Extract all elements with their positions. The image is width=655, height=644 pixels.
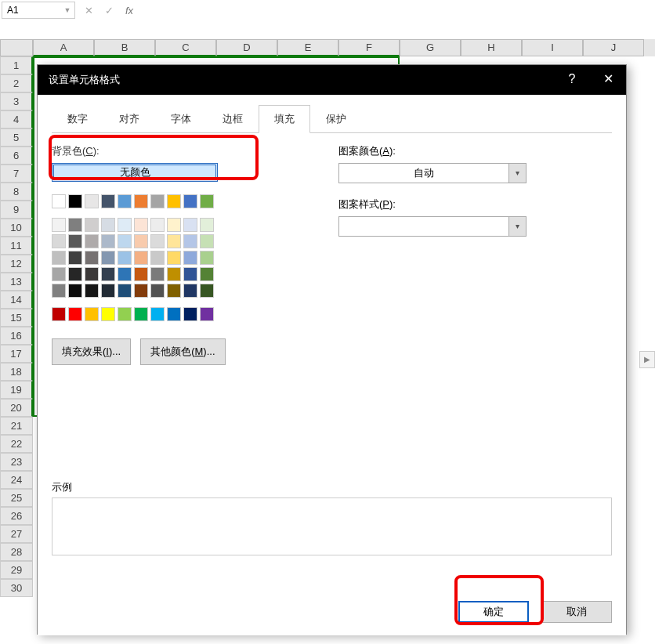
color-swatch[interactable]	[167, 218, 181, 232]
color-swatch[interactable]	[150, 218, 165, 232]
row-header[interactable]: 28	[0, 543, 33, 561]
row-header[interactable]: 20	[0, 399, 33, 417]
color-swatch[interactable]	[85, 251, 99, 265]
color-swatch[interactable]	[118, 251, 132, 265]
color-swatch[interactable]	[118, 307, 132, 321]
row-header[interactable]: 15	[0, 309, 33, 327]
tab-保护[interactable]: 保护	[310, 105, 362, 133]
column-header[interactable]: B	[94, 39, 155, 56]
row-header[interactable]: 2	[0, 74, 33, 92]
color-swatch[interactable]	[183, 194, 197, 208]
row-header[interactable]: 18	[0, 363, 33, 381]
row-header[interactable]: 26	[0, 507, 33, 525]
color-swatch[interactable]	[101, 234, 115, 248]
color-swatch[interactable]	[150, 251, 165, 265]
select-all-corner[interactable]	[0, 39, 33, 56]
color-swatch[interactable]	[134, 284, 148, 298]
help-button[interactable]: ?	[554, 65, 590, 95]
color-swatch[interactable]	[68, 218, 82, 232]
color-swatch[interactable]	[118, 194, 132, 208]
color-swatch[interactable]	[200, 218, 214, 232]
row-header[interactable]: 22	[0, 435, 33, 453]
pattern-color-dropdown[interactable]: 自动 ▾	[338, 163, 527, 183]
color-swatch[interactable]	[183, 284, 197, 298]
column-header[interactable]: G	[400, 39, 461, 56]
color-swatch[interactable]	[200, 284, 214, 298]
ok-button[interactable]: 确定	[458, 601, 529, 623]
column-header[interactable]: I	[522, 39, 583, 56]
row-header[interactable]: 23	[0, 453, 33, 471]
row-header[interactable]: 13	[0, 273, 33, 291]
chevron-down-icon[interactable]: ▾	[508, 217, 526, 236]
row-header[interactable]: 1	[0, 56, 33, 74]
color-swatch[interactable]	[68, 284, 82, 298]
row-header[interactable]: 19	[0, 381, 33, 399]
row-header[interactable]: 17	[0, 345, 33, 363]
name-box[interactable]: A1 ▼	[2, 2, 75, 19]
color-swatch[interactable]	[167, 251, 181, 265]
color-swatch[interactable]	[68, 234, 82, 248]
row-header[interactable]: 25	[0, 489, 33, 507]
column-header[interactable]: A	[33, 39, 94, 56]
color-swatch[interactable]	[52, 251, 66, 265]
fx-icon[interactable]: fx	[119, 5, 139, 16]
color-swatch[interactable]	[134, 194, 148, 208]
row-header[interactable]: 30	[0, 579, 33, 597]
color-swatch[interactable]	[52, 194, 66, 208]
color-swatch[interactable]	[85, 218, 99, 232]
row-header[interactable]: 3	[0, 92, 33, 110]
row-header[interactable]: 16	[0, 327, 33, 345]
color-swatch[interactable]	[101, 218, 115, 232]
fill-effects-button[interactable]: 填充效果(I)...	[52, 338, 131, 365]
color-swatch[interactable]	[101, 307, 115, 321]
color-swatch[interactable]	[150, 307, 165, 321]
tab-边框[interactable]: 边框	[207, 105, 259, 133]
color-swatch[interactable]	[183, 251, 197, 265]
color-swatch[interactable]	[118, 234, 132, 248]
color-swatch[interactable]	[85, 307, 99, 321]
color-swatch[interactable]	[183, 234, 197, 248]
close-button[interactable]: ✕	[590, 65, 626, 95]
tab-填充[interactable]: 填充	[259, 105, 310, 133]
column-header[interactable]: D	[216, 39, 277, 56]
column-header[interactable]: J	[583, 39, 644, 56]
color-swatch[interactable]	[134, 307, 148, 321]
color-swatch[interactable]	[150, 284, 165, 298]
row-header[interactable]: 5	[0, 128, 33, 147]
row-header[interactable]: 12	[0, 255, 33, 273]
color-swatch[interactable]	[200, 194, 214, 208]
color-swatch[interactable]	[200, 234, 214, 248]
row-header[interactable]: 27	[0, 525, 33, 543]
color-swatch[interactable]	[52, 234, 66, 248]
column-header[interactable]: E	[277, 39, 338, 56]
tab-数字[interactable]: 数字	[52, 105, 103, 133]
pattern-style-dropdown[interactable]: ▾	[338, 216, 527, 237]
scroll-right-icon[interactable]: ▶	[639, 351, 655, 368]
color-swatch[interactable]	[68, 194, 82, 208]
color-swatch[interactable]	[85, 284, 99, 298]
row-header[interactable]: 8	[0, 183, 33, 201]
color-swatch[interactable]	[85, 234, 99, 248]
color-swatch[interactable]	[52, 307, 66, 321]
color-swatch[interactable]	[167, 194, 181, 208]
row-header[interactable]: 10	[0, 219, 33, 237]
color-swatch[interactable]	[150, 267, 165, 281]
row-header[interactable]: 14	[0, 291, 33, 309]
color-swatch[interactable]	[134, 267, 148, 281]
row-header[interactable]: 24	[0, 471, 33, 489]
color-swatch[interactable]	[68, 307, 82, 321]
color-swatch[interactable]	[150, 234, 165, 248]
color-swatch[interactable]	[183, 218, 197, 232]
color-swatch[interactable]	[52, 284, 66, 298]
color-swatch[interactable]	[183, 267, 197, 281]
color-swatch[interactable]	[118, 284, 132, 298]
color-swatch[interactable]	[183, 307, 197, 321]
color-swatch[interactable]	[150, 194, 165, 208]
color-swatch[interactable]	[52, 267, 66, 281]
color-swatch[interactable]	[85, 267, 99, 281]
row-header[interactable]: 4	[0, 110, 33, 128]
color-swatch[interactable]	[200, 251, 214, 265]
color-swatch[interactable]	[118, 218, 132, 232]
color-swatch[interactable]	[134, 251, 148, 265]
color-swatch[interactable]	[134, 218, 148, 232]
